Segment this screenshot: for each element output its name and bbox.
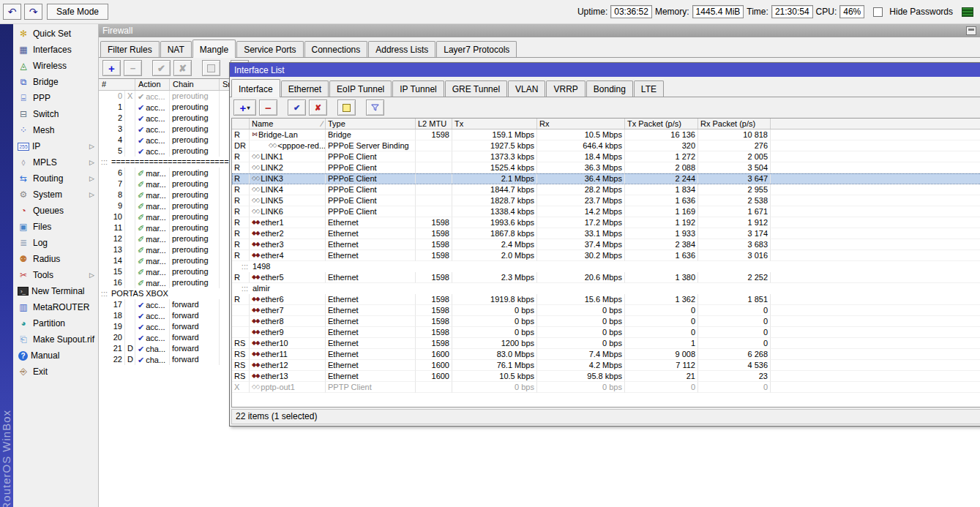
rule-chain: forward [170, 343, 220, 354]
tab-mangle[interactable]: Mangle [192, 40, 236, 58]
tab-filter-rules[interactable]: Filter Rules [100, 41, 160, 57]
interface-row-bridge-lan[interactable]: R⋈Bridge-LanBridge1598159.1 Mbps10.5 Mbp… [232, 129, 980, 140]
interface-row-ether13[interactable]: RS◆◆ether13Ethernet160010.5 kbps95.8 kbp… [232, 371, 980, 382]
enable-rule-button[interactable]: ✔ [152, 60, 171, 76]
enable-interface-button[interactable]: ✔ [288, 99, 306, 116]
interface-row-ether6[interactable]: R◆◆ether6Ethernet15981919.8 kbps15.6 Mbp… [232, 294, 980, 305]
sidebar-item-queues[interactable]: ◔Queues [13, 203, 98, 219]
tab-nat[interactable]: NAT [160, 41, 192, 57]
tab-ethernet[interactable]: Ethernet [281, 80, 329, 97]
column-header-number[interactable]: # [99, 79, 135, 90]
sidebar-item-new-terminal[interactable]: ›_New Terminal [13, 283, 98, 299]
tab-eoip-tunnel[interactable]: EoIP Tunnel [329, 80, 392, 97]
interface-row-link4[interactable]: R◇◇LINK4PPPoE Client1844.7 kbps28.2 Mbps… [232, 184, 980, 195]
tab-lte[interactable]: LTE [634, 80, 664, 97]
tab-vrrp[interactable]: VRRP [546, 80, 585, 97]
interface-row-link2[interactable]: R◇◇LINK2PPPoE Client1525.4 kbps36.3 Mbps… [232, 162, 980, 173]
restore-window-icon[interactable] [966, 26, 976, 35]
tab-interface[interactable]: Interface [231, 79, 280, 97]
filter-interfaces-button[interactable] [366, 99, 384, 116]
interface-row-ether3[interactable]: R◆◆ether3Ethernet15982.4 Mbps37.4 Mbps2 … [232, 239, 980, 250]
column-header-type[interactable]: Type [326, 119, 416, 129]
sidebar-item-exit[interactable]: ⎆Exit [13, 364, 98, 380]
sidebar-item-switch[interactable]: ⊟Switch [13, 106, 98, 122]
hide-passwords-checkbox[interactable] [873, 7, 883, 17]
sidebar-item-ip[interactable]: 255IP▷ [13, 138, 98, 154]
interface-row-ether12[interactable]: RS◆◆ether12Ethernet160076.1 Mbps4.2 Mbps… [232, 360, 980, 371]
interface-row-pptp-out1[interactable]: X◇◇pptp-out1PPTP Client0 bps0 bps00 [232, 382, 980, 393]
remove-rule-button[interactable]: − [124, 60, 142, 76]
column-header-tx[interactable]: Tx [452, 119, 537, 129]
column-header-tx-packet[interactable]: Tx Packet (p/s) [625, 119, 698, 129]
interface-row-ether9[interactable]: ◆◆ether9Ethernet15980 bps0 bps00 [232, 327, 980, 338]
sidebar-item-interfaces[interactable]: ▦Interfaces [13, 42, 98, 58]
interface-row-ether7[interactable]: ◆◆ether7Ethernet15980 bps0 bps00 [232, 305, 980, 316]
interface-table: Name∕ Type L2 MTU Tx Rx Tx Packet (p/s) … [231, 118, 980, 408]
tab-layer7-protocols[interactable]: Layer7 Protocols [436, 41, 517, 57]
sidebar-item-bridge[interactable]: ⧉Bridge [13, 74, 98, 90]
interface-row-ether5[interactable]: R◆◆ether5Ethernet15982.3 Mbps20.6 Mbps1 … [232, 272, 980, 283]
interface-row-pppoe-red[interactable]: DR◇◇<pppoe-red...PPPoE Server Binding192… [232, 140, 980, 151]
interface-row-ether11[interactable]: RS◆◆ether11Ethernet160083.0 Mbps7.4 Mbps… [232, 349, 980, 360]
sidebar-item-label: System [33, 189, 62, 200]
add-rule-button[interactable]: + [102, 60, 121, 76]
sidebar-item-system[interactable]: ⚙System▷ [13, 187, 98, 203]
interface-row-link1[interactable]: R◇◇LINK1PPPoE Client1373.3 kbps18.4 Mbps… [232, 151, 980, 162]
tab-bonding[interactable]: Bonding [586, 80, 633, 97]
sidebar-item-manual[interactable]: ?Manual [13, 348, 98, 364]
interface-row-link5[interactable]: R◇◇LINK5PPPoE Client1828.7 kbps23.7 Mbps… [232, 195, 980, 206]
tab-ip-tunnel[interactable]: IP Tunnel [392, 80, 444, 97]
tab-address-lists[interactable]: Address Lists [368, 41, 435, 57]
interface-list-title-bar[interactable]: Interface List [230, 63, 980, 77]
column-header-name[interactable]: Name∕ [250, 119, 326, 129]
remove-interface-button[interactable]: − [259, 99, 277, 116]
safe-mode-button[interactable]: Safe Mode [47, 4, 108, 20]
interface-row-link3[interactable]: R◇◇LINK3PPPoE Client2.1 Mbps36.4 Mbps2 2… [232, 173, 980, 184]
rule-chain: prerouting [170, 179, 220, 189]
sidebar-item-routing[interactable]: ⇆Routing▷ [13, 170, 98, 187]
interface-rx: 10.5 Mbps [537, 129, 625, 140]
sidebar-item-log[interactable]: ≣Log [13, 235, 98, 251]
interface-comment-row[interactable]: :::almir [232, 283, 980, 294]
disable-interface-button[interactable]: ✘ [309, 99, 327, 116]
sidebar-item-quick-set[interactable]: ✻Quick Set [13, 26, 98, 42]
tab-service-ports[interactable]: Service Ports [236, 41, 303, 57]
interface-row-ether2[interactable]: R◆◆ether2Ethernet15981867.8 kbps33.1 Mbp… [232, 228, 980, 239]
tab-connections[interactable]: Connections [304, 41, 368, 57]
sidebar-item-radius[interactable]: ⚉Radius [13, 251, 98, 267]
tab-vlan[interactable]: VLAN [508, 80, 545, 97]
tab-gre-tunnel[interactable]: GRE Tunnel [445, 80, 507, 97]
interface-comment-row[interactable]: :::1498 [232, 261, 980, 272]
sidebar-item-make-supout-rif[interactable]: ⎗Make Supout.rif [13, 331, 98, 348]
rule-number: 8 [99, 189, 125, 200]
sidebar-item-metarouter[interactable]: ▥MetaROUTER [13, 299, 98, 315]
sidebar-item-ppp[interactable]: ⌸PPP [13, 90, 98, 106]
undo-button[interactable]: ↶ [3, 4, 21, 20]
sidebar-item-mpls[interactable]: ⬨MPLS▷ [13, 154, 98, 170]
rule-number: 22 [99, 354, 125, 365]
sidebar-item-tools[interactable]: ✂Tools▷ [13, 267, 98, 283]
column-header-l2mtu[interactable]: L2 MTU [416, 119, 452, 129]
redo-button[interactable]: ↷ [24, 4, 42, 20]
sidebar-item-mesh[interactable]: ⁘Mesh [13, 122, 98, 138]
interface-row-ether1[interactable]: R◆◆ether1Ethernet15981993.6 kbps17.2 Mbp… [232, 217, 980, 228]
interface-row-ether8[interactable]: ◆◆ether8Ethernet15980 bps0 bps00 [232, 316, 980, 327]
rule-number: 0 [99, 91, 125, 102]
sidebar-item-wireless[interactable]: ◬Wireless [13, 58, 98, 74]
column-header-flags[interactable] [232, 119, 250, 129]
disable-rule-button[interactable]: ✘ [173, 60, 192, 76]
rule-number: 11 [99, 222, 125, 233]
sidebar-item-partition[interactable]: ◕Partition [13, 315, 98, 331]
interface-row-ether4[interactable]: R◆◆ether4Ethernet15982.0 Mbps30.2 Mbps1 … [232, 250, 980, 261]
interface-row-ether10[interactable]: RS◆◆ether10Ethernet15981200 bps0 bps10 [232, 338, 980, 349]
column-header-rx-packet[interactable]: Rx Packet (p/s) [698, 119, 771, 129]
add-interface-button[interactable]: +▾ [233, 99, 256, 116]
interface-extra [771, 239, 980, 250]
comment-rule-button[interactable] [202, 60, 220, 76]
column-header-action[interactable]: Action [135, 79, 170, 90]
column-header-chain[interactable]: Chain [170, 79, 220, 90]
sidebar-item-files[interactable]: ▣Files [13, 219, 98, 235]
interface-row-link6[interactable]: R◇◇LINK6PPPoE Client1338.4 kbps14.2 Mbps… [232, 206, 980, 217]
comment-interface-button[interactable] [337, 99, 356, 116]
column-header-rx[interactable]: Rx [537, 119, 625, 129]
